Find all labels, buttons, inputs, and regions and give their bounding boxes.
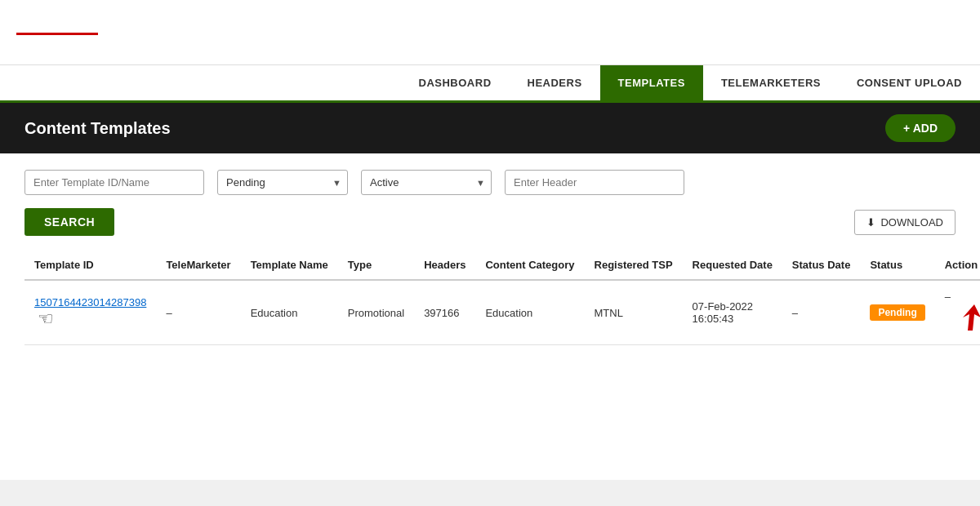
cell-telemarketer: – (156, 280, 240, 345)
add-button[interactable]: + ADD (885, 114, 956, 142)
cell-content-category: Education (475, 280, 584, 345)
col-registered-tsp: Registered TSP (585, 251, 683, 280)
table-body: 1507164423014287398 ☜ – Education Promot… (24, 280, 980, 345)
col-template-name: Template Name (241, 251, 338, 280)
nav-item-headers[interactable]: HEADERS (510, 65, 600, 103)
top-bar (0, 0, 980, 65)
page-title: Content Templates (24, 119, 171, 138)
navigation-bar: DASHBOARD HEADERS TEMPLATES TELEMARKETER… (0, 65, 980, 103)
page-header: Content Templates + ADD (0, 103, 980, 153)
table-head: Template ID TeleMarketer Template Name T… (24, 251, 980, 280)
cell-template-id: 1507164423014287398 ☜ (24, 280, 156, 345)
cell-status: Pending (860, 280, 934, 345)
red-arrow-indicator (950, 303, 980, 335)
table-header-row: Template ID TeleMarketer Template Name T… (24, 251, 980, 280)
status-filter-wrapper: Pending Active Inactive ▼ (217, 170, 348, 195)
filters-row: Pending Active Inactive ▼ Active Inactiv… (24, 170, 956, 195)
logo-area (16, 29, 147, 35)
template-id-link[interactable]: 1507164423014287398 (34, 296, 146, 308)
cell-status-date: – (782, 280, 861, 345)
active-filter-wrapper: Active Inactive All ▼ (361, 170, 492, 195)
template-id-input[interactable] (24, 170, 204, 195)
download-button[interactable]: ⬇ DOWNLOAD (854, 210, 956, 235)
status-select[interactable]: Pending Active Inactive (217, 170, 348, 195)
nav-item-templates[interactable]: TEMPLATES (600, 65, 703, 103)
templates-table: Template ID TeleMarketer Template Name T… (24, 251, 980, 345)
nav-item-telemarketers[interactable]: TELEMARKETERS (703, 65, 839, 103)
col-status-date: Status Date (782, 251, 861, 280)
logo-decoration (16, 33, 98, 35)
col-content-category: Content Category (475, 251, 584, 280)
download-icon: ⬇ (866, 216, 875, 229)
col-template-id: Template ID (24, 251, 156, 280)
col-telemarketer: TeleMarketer (156, 251, 240, 280)
cell-template-name: Education (241, 280, 338, 345)
cell-type: Promotional (338, 280, 414, 345)
nav-item-dashboard[interactable]: DASHBOARD (401, 65, 510, 103)
cell-requested-date: 07-Feb-2022 16:05:43 (683, 280, 782, 345)
status-badge: Pending (870, 304, 924, 321)
col-requested-date: Requested Date (683, 251, 782, 280)
search-button[interactable]: SEARCH (24, 208, 114, 236)
search-download-row: SEARCH ⬇ DOWNLOAD (24, 208, 956, 236)
content-area: Pending Active Inactive ▼ Active Inactiv… (0, 153, 980, 480)
header-input[interactable] (505, 170, 684, 195)
action-value: – (945, 291, 951, 303)
cell-headers: 397166 (414, 280, 475, 345)
cell-action: – (935, 280, 980, 345)
nav-item-consent-upload[interactable]: CONSENT UPLOAD (839, 65, 980, 103)
cursor-hand-icon: ☜ (38, 308, 54, 330)
col-type: Type (338, 251, 414, 280)
svg-marker-0 (963, 304, 980, 331)
col-status: Status (860, 251, 934, 280)
active-select[interactable]: Active Inactive All (361, 170, 492, 195)
red-arrow-svg (950, 303, 980, 332)
cell-registered-tsp: MTNL (585, 280, 683, 345)
col-action: Action (935, 251, 980, 280)
table-row: 1507164423014287398 ☜ – Education Promot… (24, 280, 980, 345)
download-label: DOWNLOAD (880, 216, 943, 229)
col-headers: Headers (414, 251, 475, 280)
